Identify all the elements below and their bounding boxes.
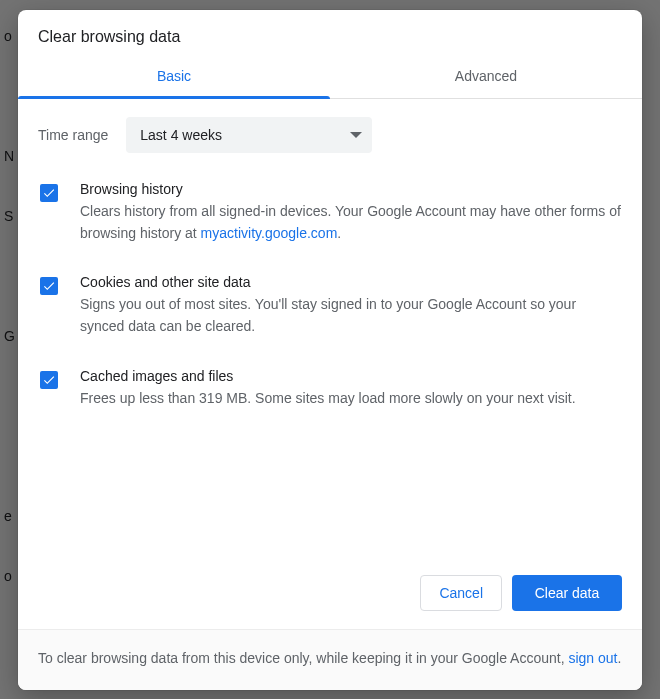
option-desc-text: Clears history from all signed-in device… — [80, 203, 621, 241]
option-title: Cached images and files — [80, 368, 622, 384]
dialog-footer: To clear browsing data from this device … — [18, 630, 642, 690]
option-desc-tail: . — [337, 225, 341, 241]
option-title: Browsing history — [80, 181, 622, 197]
sign-out-link[interactable]: sign out — [568, 650, 617, 666]
clear-data-button[interactable]: Clear data — [512, 575, 622, 611]
clear-browsing-data-dialog: Clear browsing data Basic Advanced Time … — [18, 10, 642, 690]
time-range-row: Time range Last 4 weeks — [38, 117, 622, 153]
option-cache: Cached images and files Frees up less th… — [38, 368, 622, 410]
tab-bar: Basic Advanced — [18, 56, 642, 99]
option-browsing-history: Browsing history Clears history from all… — [38, 181, 622, 244]
checkbox-browsing-history[interactable] — [40, 184, 58, 202]
dialog-body: Time range Last 4 weeks Browsing history… — [18, 99, 642, 559]
time-range-value: Last 4 weeks — [140, 127, 222, 143]
option-cookies: Cookies and other site data Signs you ou… — [38, 274, 622, 337]
tab-advanced[interactable]: Advanced — [330, 56, 642, 98]
checkbox-cache[interactable] — [40, 371, 58, 389]
dropdown-caret-icon — [350, 129, 362, 141]
option-description: Frees up less than 319 MB. Some sites ma… — [80, 388, 622, 410]
option-description: Clears history from all signed-in device… — [80, 201, 622, 244]
myactivity-link[interactable]: myactivity.google.com — [201, 225, 338, 241]
dialog-actions: Cancel Clear data — [18, 559, 642, 630]
footer-text: To clear browsing data from this device … — [38, 650, 568, 666]
tab-basic[interactable]: Basic — [18, 56, 330, 98]
time-range-select[interactable]: Last 4 weeks — [126, 117, 372, 153]
cancel-button[interactable]: Cancel — [420, 575, 502, 611]
checkbox-cookies[interactable] — [40, 277, 58, 295]
option-description: Signs you out of most sites. You'll stay… — [80, 294, 622, 337]
dialog-title: Clear browsing data — [18, 10, 642, 56]
time-range-label: Time range — [38, 127, 108, 143]
option-title: Cookies and other site data — [80, 274, 622, 290]
footer-text-tail: . — [618, 650, 622, 666]
